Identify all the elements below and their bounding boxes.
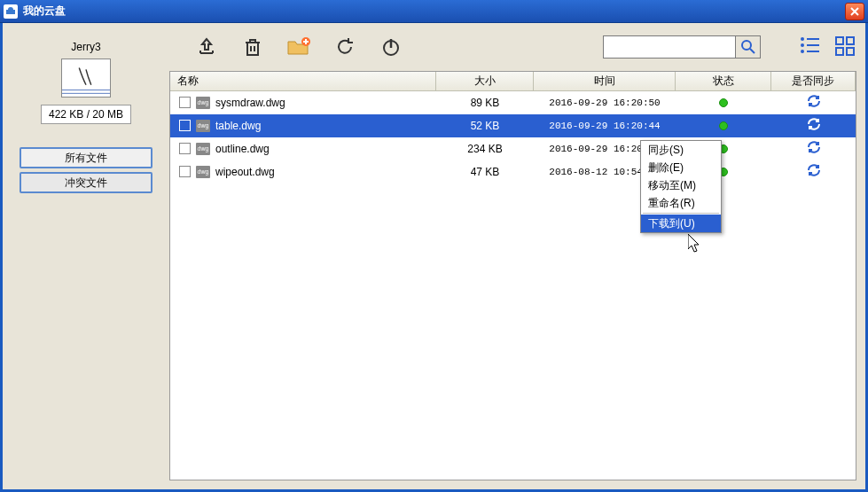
svg-rect-21 <box>807 44 819 46</box>
cell-size: 234 KB <box>436 143 534 155</box>
nav-conflict-files[interactable]: 冲突文件 <box>20 172 152 193</box>
cell-sync <box>771 163 856 180</box>
list-view-icon[interactable] <box>800 36 821 58</box>
table-row[interactable]: table.dwg52 KB2016-09-29 16:20:44 <box>170 114 856 137</box>
col-sync[interactable]: 是否同步 <box>771 72 856 90</box>
status-dot-icon <box>719 98 728 107</box>
svg-rect-27 <box>847 48 854 55</box>
file-name: outline.dwg <box>215 143 270 155</box>
status-dot-icon <box>719 121 728 130</box>
window-title: 我的云盘 <box>23 4 845 19</box>
menu-move[interactable]: 移动至(M) <box>641 176 721 194</box>
table-row[interactable]: wipeout.dwg47 KB2016-08-12 10:54:09 <box>170 160 856 184</box>
search-input[interactable] <box>603 35 736 59</box>
file-name: wipeout.dwg <box>215 166 275 178</box>
cell-status <box>676 98 771 107</box>
sync-icon[interactable] <box>807 94 821 111</box>
cell-name: wipeout.dwg <box>170 166 436 178</box>
col-size[interactable]: 大小 <box>436 72 534 90</box>
table-header: 名称 大小 时间 状态 是否同步 <box>170 72 856 91</box>
file-icon <box>196 166 210 178</box>
cell-sync <box>771 94 856 111</box>
row-checkbox[interactable] <box>179 166 191 177</box>
titlebar: 我的云盘 <box>0 0 868 23</box>
cell-name: table.dwg <box>170 120 436 132</box>
cell-size: 47 KB <box>436 166 534 178</box>
sync-icon[interactable] <box>807 163 821 180</box>
file-name: table.dwg <box>215 120 261 132</box>
table-body: sysmdraw.dwg89 KB2016-09-29 16:20:50tabl… <box>170 91 856 184</box>
svg-point-1 <box>8 7 13 12</box>
delete-icon[interactable] <box>240 35 265 59</box>
username-label: Jerry3 <box>71 41 100 53</box>
col-status[interactable]: 状态 <box>676 72 771 90</box>
search-button[interactable] <box>736 35 761 59</box>
svg-rect-12 <box>250 40 255 43</box>
svg-point-16 <box>742 41 751 50</box>
cell-name: sysmdraw.dwg <box>170 97 436 109</box>
svg-rect-23 <box>807 51 819 52</box>
svg-rect-26 <box>836 48 843 55</box>
search-box <box>603 35 761 59</box>
menu-sync[interactable]: 同步(S) <box>641 141 721 159</box>
quota-text: 422 KB / 20 MB <box>49 108 123 121</box>
menu-delete[interactable]: 删除(E) <box>641 159 721 176</box>
table-row[interactable]: sysmdraw.dwg89 KB2016-09-29 16:20:50 <box>170 91 856 114</box>
file-icon <box>196 143 210 155</box>
file-name: sysmdraw.dwg <box>215 97 285 109</box>
svg-rect-19 <box>807 38 819 40</box>
nav-all-files[interactable]: 所有文件 <box>20 147 152 168</box>
table-row[interactable]: outline.dwg234 KB2016-09-29 16:20:38 <box>170 137 856 160</box>
menu-download[interactable]: 下载到(U) <box>641 215 721 232</box>
menu-separator <box>643 213 719 214</box>
row-checkbox[interactable] <box>179 143 191 154</box>
power-icon[interactable] <box>379 35 403 59</box>
cell-time: 2016-09-29 16:20:50 <box>534 98 676 108</box>
svg-rect-2 <box>62 59 110 97</box>
thumbnail <box>61 59 111 98</box>
sidebar: Jerry3 422 KB / 20 MB 所有文件 冲突文件 <box>10 30 162 480</box>
nav-label: 冲突文件 <box>65 176 107 191</box>
app-icon <box>4 4 18 19</box>
svg-rect-8 <box>247 43 258 55</box>
col-time[interactable]: 时间 <box>534 72 676 90</box>
cell-size: 52 KB <box>436 120 534 132</box>
file-icon <box>196 120 210 132</box>
menu-rename[interactable]: 重命名(R) <box>641 194 721 212</box>
grid-view-icon[interactable] <box>835 36 856 58</box>
window-body: Jerry3 422 KB / 20 MB 所有文件 冲突文件 <box>0 23 868 492</box>
cell-time: 2016-09-29 16:20:44 <box>534 121 676 131</box>
file-icon <box>196 97 210 109</box>
toolbar <box>169 30 856 71</box>
svg-rect-24 <box>836 37 843 44</box>
svg-point-20 <box>801 43 804 47</box>
refresh-icon[interactable] <box>332 35 357 59</box>
quota-box: 422 KB / 20 MB <box>41 105 131 124</box>
cell-size: 89 KB <box>436 97 534 109</box>
upload-icon[interactable] <box>194 35 219 59</box>
sync-icon[interactable] <box>807 140 821 157</box>
file-table: 名称 大小 时间 状态 是否同步 sysmdraw.dwg89 KB2016-0… <box>169 71 856 480</box>
close-button[interactable] <box>845 3 864 20</box>
cell-name: outline.dwg <box>170 143 436 155</box>
nav-label: 所有文件 <box>65 151 107 166</box>
svg-point-22 <box>801 50 804 53</box>
svg-rect-25 <box>847 37 854 44</box>
context-menu: 同步(S) 删除(E) 移动至(M) 重命名(R) 下载到(U) <box>640 140 722 233</box>
col-name[interactable]: 名称 <box>170 72 436 90</box>
svg-line-17 <box>750 49 755 53</box>
cell-sync <box>771 140 856 157</box>
row-checkbox[interactable] <box>179 120 191 131</box>
cell-status <box>676 121 771 130</box>
svg-point-18 <box>801 37 804 41</box>
cell-sync <box>771 117 856 134</box>
sync-icon[interactable] <box>807 117 821 134</box>
content-area: 名称 大小 时间 状态 是否同步 sysmdraw.dwg89 KB2016-0… <box>169 30 856 480</box>
row-checkbox[interactable] <box>179 97 191 108</box>
new-folder-icon[interactable] <box>286 35 311 59</box>
